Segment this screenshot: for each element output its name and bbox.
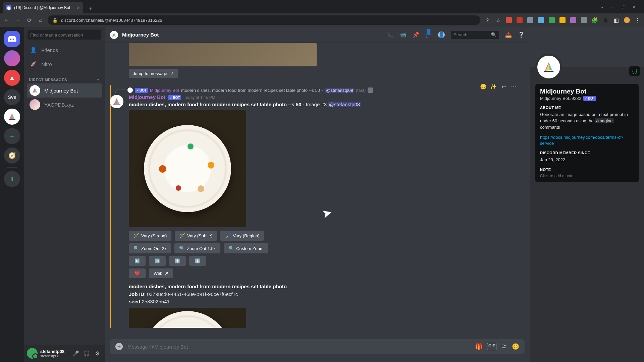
reply-reference[interactable]: ✓ BOT Midjourney Bot modern dishes, mode…: [115, 87, 525, 93]
new-tab-button[interactable]: ＋: [86, 4, 95, 13]
super-reaction-icon[interactable]: ✨: [489, 82, 498, 91]
find-conversation-input[interactable]: [28, 30, 101, 40]
create-dm-icon[interactable]: ＋: [96, 77, 100, 82]
generated-image[interactable]: [129, 308, 246, 328]
server-icon[interactable]: Svs: [4, 89, 20, 105]
midjourney-sail-icon: [543, 61, 554, 73]
pan-up-button[interactable]: ⬆️: [169, 256, 186, 266]
vary-region-button[interactable]: 🖌️Vary (Region): [220, 231, 264, 241]
gif-icon[interactable]: GIF: [487, 343, 496, 350]
message-author[interactable]: Midjourney Bot: [129, 94, 165, 100]
forward-icon[interactable]: →: [15, 17, 21, 23]
generated-image[interactable]: [129, 110, 246, 227]
mute-mic-button[interactable]: 🎤: [71, 349, 80, 358]
extension-icon[interactable]: [581, 17, 587, 23]
minimize-icon[interactable]: —: [610, 4, 615, 9]
help-icon[interactable]: ❔: [518, 32, 525, 38]
home-icon[interactable]: ⌂: [38, 17, 44, 23]
server-icon[interactable]: ▲: [4, 70, 20, 86]
pan-down-button[interactable]: ⬇️: [189, 256, 206, 266]
back-icon[interactable]: ←: [3, 17, 9, 23]
note-input[interactable]: Click to add a note: [540, 174, 634, 178]
add-server-button[interactable]: ＋: [4, 128, 20, 144]
extension-icon[interactable]: [527, 17, 533, 23]
sidepanel-icon[interactable]: ◧: [613, 17, 619, 23]
docs-link[interactable]: https://docs.midjourney.com/docs/terms-o…: [540, 135, 623, 146]
share-icon[interactable]: ⇪: [484, 17, 490, 23]
server-icon[interactable]: [4, 109, 20, 125]
reply-icon[interactable]: ↩: [499, 82, 508, 91]
nitro-icon: 🚀: [30, 61, 37, 67]
user-avatar[interactable]: [27, 348, 38, 359]
favorite-button[interactable]: ❤️: [129, 268, 146, 278]
vary-strong-button[interactable]: 🪄Vary (Strong): [129, 231, 171, 241]
message-input[interactable]: ＋ Message @Midjourney Bot 🎁 GIF 🗂 😊: [110, 339, 525, 354]
nitro-nav[interactable]: 🚀 Nitro: [27, 57, 102, 71]
mention[interactable]: @stefanstp08: [328, 102, 361, 107]
dm-home-button[interactable]: [4, 31, 20, 47]
profile-avatar[interactable]: [535, 54, 562, 80]
search-input[interactable]: Search 🔍: [451, 31, 499, 39]
custom-zoom-button[interactable]: 🔍Custom Zoom: [224, 243, 268, 253]
extension-icon[interactable]: [506, 17, 512, 23]
dm-sidebar: 👤 Friends 🚀 Nitro DIRECT MESSAGES ＋ Midj…: [24, 27, 105, 362]
web-button[interactable]: Web↗: [149, 268, 173, 278]
browser-tab-bar: ⬤ (19) Discord | @Midjourney Bot ✕ ＋ ⌄ —…: [0, 0, 644, 13]
video-call-icon[interactable]: 📹: [400, 32, 407, 38]
extension-icon[interactable]: [538, 17, 544, 23]
emoji-icon[interactable]: 😊: [512, 343, 519, 350]
pan-right-button[interactable]: ➡️: [149, 256, 166, 266]
arrow-right-icon: ➡️: [155, 258, 160, 263]
sticker-icon[interactable]: 🗂: [501, 343, 507, 350]
profile-badges[interactable]: { }: [629, 66, 640, 76]
chat-title: Midjourney Bot: [122, 32, 383, 38]
close-window-icon[interactable]: ✕: [632, 4, 636, 9]
friends-nav[interactable]: 👤 Friends: [27, 43, 102, 57]
gift-icon[interactable]: 🎁: [475, 343, 482, 350]
download-apps-button[interactable]: ⬇: [4, 171, 20, 187]
bookmark-icon[interactable]: ☆: [495, 17, 501, 23]
extension-icon[interactable]: [549, 17, 555, 23]
reload-icon[interactable]: ⟳: [26, 17, 32, 23]
dm-item-label: YAGPDB.xyz: [44, 102, 74, 108]
message-hover-toolbar: 😊 ✨ ↩ ⋯: [478, 81, 519, 92]
previous-image-attachment[interactable]: [129, 43, 317, 66]
add-friends-icon[interactable]: 👤⁺: [425, 32, 432, 38]
reply-preview-text: modern dishes, modern food from modern r…: [181, 88, 320, 93]
voice-call-icon[interactable]: 📞: [387, 32, 394, 38]
header-avatar: [110, 31, 118, 39]
extensions-icon[interactable]: 🧩: [592, 17, 598, 23]
chrome-dropdown-icon[interactable]: ⌄: [600, 4, 604, 9]
settings-button[interactable]: ⚙: [93, 349, 102, 358]
add-reaction-icon[interactable]: 😊: [479, 82, 488, 91]
pinned-messages-icon[interactable]: 📌: [413, 32, 419, 38]
inbox-icon[interactable]: 📥: [505, 32, 512, 38]
maximize-icon[interactable]: ▢: [622, 4, 626, 9]
server-icon[interactable]: [4, 50, 20, 66]
extension-icon[interactable]: [559, 17, 566, 23]
extension-icon[interactable]: [517, 17, 523, 23]
deafen-button[interactable]: 🎧: [82, 349, 91, 358]
more-icon[interactable]: ⋯: [509, 82, 518, 91]
dm-item-yagpdb[interactable]: YAGPDB.xyz: [27, 98, 102, 112]
dm-item-midjourney[interactable]: Midjourney Bot: [27, 83, 102, 98]
pan-left-button[interactable]: ⬅️: [129, 256, 146, 266]
attach-button[interactable]: ＋: [115, 343, 123, 350]
url-input[interactable]: 🔒 discord.com/channels/@me/1063443749197…: [48, 15, 480, 25]
jump-to-message-button[interactable]: Jump to message ↗: [129, 69, 178, 78]
user-profile-icon[interactable]: 👤: [438, 32, 445, 38]
message-avatar[interactable]: [110, 95, 123, 108]
user-name: stefanstp08: [40, 349, 68, 354]
input-placeholder: Message @Midjourney Bot: [127, 344, 470, 350]
explore-servers-button[interactable]: 🧭: [4, 147, 20, 164]
menu-icon[interactable]: ⋮: [635, 17, 641, 23]
vary-subtle-button[interactable]: 🪄Vary (Subtle): [175, 231, 217, 241]
browser-tab[interactable]: ⬤ (19) Discord | @Midjourney Bot ✕: [3, 2, 83, 13]
zoom-out-1-5x-button[interactable]: 🔍Zoom Out 1.5x: [174, 243, 220, 253]
reading-list-icon[interactable]: ≣: [602, 17, 608, 23]
message-list[interactable]: Jump to message ↗ 😊 ✨ ↩ ⋯ ✓ BOT Midjou: [105, 43, 530, 339]
extension-icon[interactable]: [570, 17, 576, 23]
zoom-out-2x-button[interactable]: 🔍Zoom Out 2x: [129, 243, 171, 253]
profile-avatar-icon[interactable]: [624, 17, 630, 23]
close-tab-icon[interactable]: ✕: [76, 5, 80, 10]
